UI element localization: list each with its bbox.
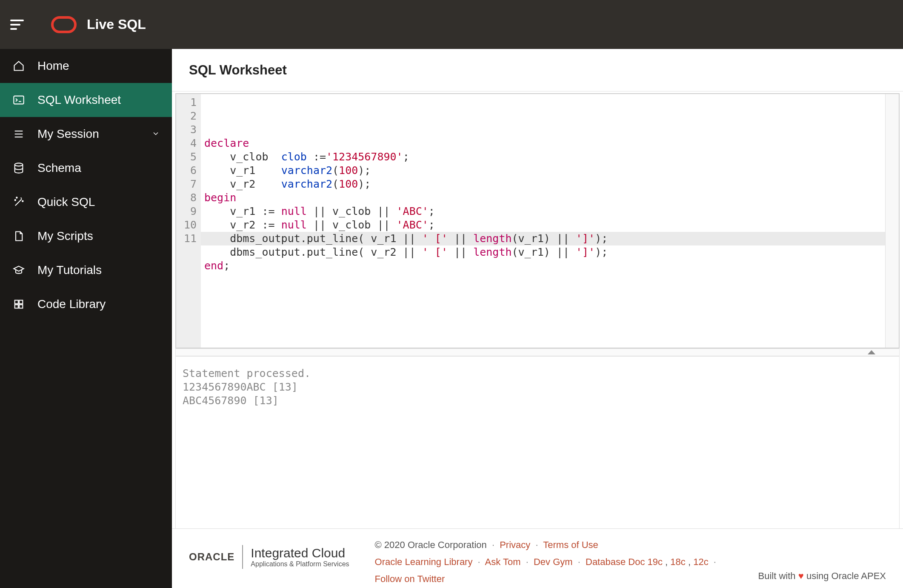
collapse-up-icon xyxy=(868,350,875,354)
footer-link[interactable]: 12c xyxy=(693,557,708,567)
footer-links: © 2020 Oracle Corporation · Privacy · Te… xyxy=(375,537,733,588)
footer-link[interactable]: Ask Tom xyxy=(485,557,521,567)
oracle-wordmark: ORACLE xyxy=(189,551,234,563)
footer-link[interactable]: 18c xyxy=(670,557,685,567)
output-panel[interactable]: Statement processed. 1234567890ABC [13] … xyxy=(175,356,900,528)
top-bar: Live SQL xyxy=(0,0,903,49)
sidebar-item-label: Schema xyxy=(37,161,81,175)
footer-link[interactable]: Privacy xyxy=(500,539,530,550)
sidebar-item-label: My Session xyxy=(37,127,99,141)
wand-icon xyxy=(12,196,26,208)
sidebar-item-home[interactable]: Home xyxy=(0,49,172,83)
footer-link[interactable]: Follow on Twitter xyxy=(375,574,445,584)
library-icon xyxy=(12,298,26,310)
sidebar-item-label: My Scripts xyxy=(37,229,93,243)
home-icon xyxy=(12,60,26,72)
sidebar-item-schema[interactable]: Schema xyxy=(0,151,172,185)
svg-rect-11 xyxy=(19,305,23,308)
oracle-o-icon xyxy=(51,16,77,33)
chevron-down-icon xyxy=(151,127,160,141)
footer-link[interactable]: Terms of Use xyxy=(543,539,598,550)
sidebar: Home SQL Worksheet My Session Schema xyxy=(0,49,172,588)
built-with: Built with ♥ using Oracle APEX xyxy=(758,537,886,582)
svg-rect-8 xyxy=(15,300,18,304)
oracle-apex-link[interactable]: Oracle APEX xyxy=(832,571,886,581)
sidebar-item-quick-sql[interactable]: Quick SQL xyxy=(0,185,172,219)
line-number-gutter: 1234567891011 xyxy=(176,94,201,348)
code-editor[interactable]: 1234567891011 declare v_clob clob :='123… xyxy=(175,93,900,348)
integrated-cloud-label: Integrated Cloud Applications & Platform… xyxy=(251,546,349,568)
sidebar-item-label: Code Library xyxy=(37,297,106,311)
footer-link[interactable]: Dev Gym xyxy=(534,557,573,567)
sidebar-item-label: Home xyxy=(37,59,69,73)
sidebar-item-my-session[interactable]: My Session xyxy=(0,117,172,151)
footer-divider xyxy=(242,545,243,569)
page-title-bar: SQL Worksheet xyxy=(172,49,903,91)
database-icon xyxy=(12,162,26,174)
hamburger-menu-icon[interactable] xyxy=(10,16,27,33)
footer-link[interactable]: Database Doc 19c xyxy=(586,557,663,567)
sidebar-item-label: My Tutorials xyxy=(37,263,102,277)
footer-logo: ORACLE Integrated Cloud Applications & P… xyxy=(189,537,349,569)
sidebar-item-label: SQL Worksheet xyxy=(37,93,121,107)
svg-point-4 xyxy=(15,163,23,166)
sidebar-item-code-library[interactable]: Code Library xyxy=(0,287,172,321)
list-icon xyxy=(12,128,26,140)
sidebar-item-label: Quick SQL xyxy=(37,195,95,209)
main-content: SQL Worksheet 1234567891011 declare v_cl… xyxy=(172,49,903,588)
sidebar-item-my-scripts[interactable]: My Scripts xyxy=(0,219,172,253)
app-logo[interactable]: Live SQL xyxy=(51,16,146,33)
svg-rect-0 xyxy=(14,96,23,104)
sidebar-item-sql-worksheet[interactable]: SQL Worksheet xyxy=(0,83,172,117)
graduation-icon xyxy=(12,264,26,276)
svg-point-5 xyxy=(15,200,16,200)
footer: ORACLE Integrated Cloud Applications & P… xyxy=(172,528,903,588)
code-area[interactable]: declare v_clob clob :='1234567890'; v_r1… xyxy=(201,94,885,348)
editor-right-gutter xyxy=(885,94,899,348)
svg-point-6 xyxy=(16,197,17,198)
svg-rect-10 xyxy=(15,305,18,308)
heart-icon: ♥ xyxy=(798,571,804,581)
document-icon xyxy=(12,230,26,242)
terminal-icon xyxy=(12,94,26,106)
page-title: SQL Worksheet xyxy=(189,63,287,78)
sidebar-item-my-tutorials[interactable]: My Tutorials xyxy=(0,253,172,287)
svg-rect-9 xyxy=(19,300,23,304)
svg-point-7 xyxy=(22,201,23,202)
app-name: Live SQL xyxy=(87,17,146,32)
panel-resize-handle[interactable] xyxy=(175,348,900,356)
footer-link[interactable]: Oracle Learning Library xyxy=(375,557,473,567)
